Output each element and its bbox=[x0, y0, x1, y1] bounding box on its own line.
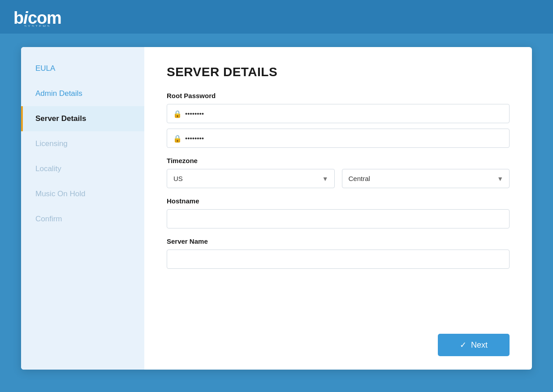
server-name-label: Server Name bbox=[167, 237, 510, 245]
sidebar-item-locality: Locality bbox=[21, 156, 144, 181]
page-title: SERVER DETAILS bbox=[167, 65, 510, 79]
timezone-region-select[interactable]: US Europe Asia Africa America Pacific bbox=[167, 169, 335, 188]
timezone-row: US Europe Asia Africa America Pacific ▼ … bbox=[167, 169, 510, 188]
sidebar-item-music-on-hold: Music On Hold bbox=[21, 181, 144, 207]
timezone-region-wrapper: US Europe Asia Africa America Pacific ▼ bbox=[167, 169, 335, 188]
root-password-confirm-input[interactable] bbox=[167, 129, 510, 148]
lock-icon-2: 🔒 bbox=[173, 134, 182, 142]
timezone-zone-select[interactable]: Central Eastern Mountain Pacific bbox=[342, 169, 510, 188]
main-container: EULA Admin Details Server Details Licens… bbox=[0, 34, 553, 392]
card: EULA Admin Details Server Details Licens… bbox=[21, 47, 532, 370]
lock-icon-1: 🔒 bbox=[173, 109, 182, 118]
root-password-input[interactable] bbox=[167, 104, 510, 123]
footer-row: ✓ Next bbox=[438, 334, 510, 356]
sidebar-item-server-details[interactable]: Server Details bbox=[21, 106, 144, 131]
root-password-label: Root Password bbox=[167, 92, 510, 99]
hostname-label: Hostname bbox=[167, 197, 510, 205]
timezone-zone-wrapper: Central Eastern Mountain Pacific ▼ bbox=[342, 169, 510, 188]
logo-area: b i c o m SYSTEMS bbox=[13, 7, 76, 27]
server-name-input[interactable] bbox=[167, 250, 510, 269]
svg-text:b: b bbox=[13, 9, 24, 27]
timezone-label: Timezone bbox=[167, 157, 510, 164]
check-icon: ✓ bbox=[460, 340, 467, 350]
logo: b i c o m SYSTEMS bbox=[13, 7, 76, 27]
svg-text:SYSTEMS: SYSTEMS bbox=[24, 24, 51, 27]
top-bar: b i c o m SYSTEMS bbox=[0, 0, 553, 34]
sidebar-item-eula[interactable]: EULA bbox=[21, 56, 144, 81]
next-button[interactable]: ✓ Next bbox=[438, 334, 510, 356]
root-password-confirm-wrapper: 🔒 bbox=[167, 129, 510, 148]
root-password-wrapper: 🔒 bbox=[167, 104, 510, 123]
server-name-wrapper bbox=[167, 250, 510, 269]
sidebar-item-confirm: Confirm bbox=[21, 207, 144, 232]
content-area: SERVER DETAILS Root Password 🔒 🔒 Timezon… bbox=[144, 47, 532, 370]
sidebar: EULA Admin Details Server Details Licens… bbox=[21, 47, 144, 370]
hostname-wrapper bbox=[167, 209, 510, 228]
sidebar-item-admin-details[interactable]: Admin Details bbox=[21, 81, 144, 106]
next-button-label: Next bbox=[471, 340, 488, 350]
hostname-input[interactable] bbox=[167, 209, 510, 228]
sidebar-item-licensing: Licensing bbox=[21, 131, 144, 156]
